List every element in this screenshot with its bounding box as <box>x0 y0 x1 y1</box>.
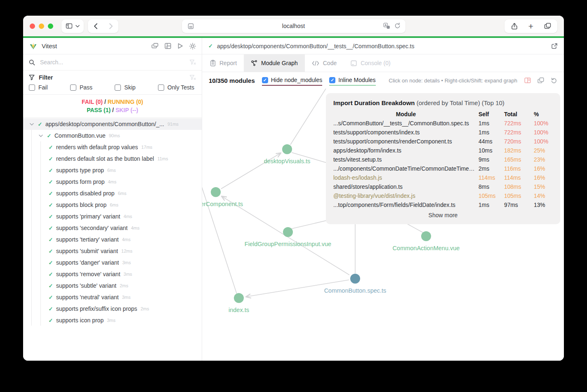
test-tree-row[interactable]: ✓renders with default prop values17ms <box>23 141 202 153</box>
search-input[interactable] <box>39 59 185 66</box>
test-tree-row[interactable]: ✓supports 'secondary' variant4ms <box>23 222 202 234</box>
show-more-button[interactable]: Show more <box>333 212 553 218</box>
test-name: supports 'remove' variant <box>56 271 120 277</box>
tab-overview-icon[interactable] <box>540 19 555 33</box>
translate-icon[interactable]: x <box>383 23 390 29</box>
filter-option-pass[interactable]: Pass <box>70 84 92 91</box>
test-duration: 6ms <box>118 191 127 196</box>
filter-option-label: Only Tests <box>167 84 194 91</box>
zoom-window-button[interactable] <box>48 23 53 29</box>
test-tree-row[interactable]: ✓apps/desktop/components/CommonButton/_.… <box>23 118 202 130</box>
svg-text:3: 3 <box>165 46 167 48</box>
test-name: apps/desktop/components/CommonButton/_..… <box>45 121 164 127</box>
clear-filter-icon[interactable] <box>189 75 196 80</box>
graph-node[interactable] <box>234 293 244 303</box>
test-duration: 17ms <box>141 145 152 150</box>
fail-count: FAIL (0) <box>82 99 103 105</box>
code-icon <box>312 61 319 66</box>
test-name: supports 'tertiary' variant <box>56 236 119 243</box>
filter-option-skip[interactable]: Skip <box>115 84 135 91</box>
tab-console[interactable]: Console (0) <box>344 54 397 72</box>
module-path: @testing-library/vue/dist/index.js <box>333 192 479 201</box>
chevron-down-icon[interactable] <box>28 123 35 126</box>
export-graph-icon[interactable] <box>537 77 544 84</box>
test-duration: 90ms <box>109 133 120 138</box>
graph-node[interactable] <box>283 227 293 237</box>
inline-modules-checkbox[interactable]: ✓ Inline Modules <box>329 77 375 86</box>
test-tree-row[interactable]: ✓CommonButton.vue90ms <box>23 130 202 141</box>
filter-option-fail[interactable]: Fail <box>29 84 48 91</box>
checkbox[interactable] <box>29 85 35 91</box>
graph-node[interactable] <box>421 231 431 241</box>
filter-options: FailPassSkipOnly Tests <box>29 84 196 91</box>
graph-node[interactable] <box>211 187 221 197</box>
test-tree-row[interactable]: ✓supports block prop6ms <box>23 199 202 211</box>
reload-icon[interactable] <box>394 23 401 29</box>
pass-check-icon: ✓ <box>46 156 55 162</box>
module-path: shared/stores/application.ts <box>333 183 479 192</box>
app-title: Vitest <box>42 42 57 49</box>
test-duration: 3ms <box>124 272 132 277</box>
test-name: supports block prop <box>56 202 106 208</box>
share-icon[interactable] <box>507 19 522 33</box>
test-tree-row[interactable]: ✓supports type prop6ms <box>23 164 202 176</box>
module-panel-icon[interactable]: 3 <box>165 43 171 49</box>
test-tree-row[interactable]: ✓supports 'submit' variant12ms <box>23 245 202 257</box>
filter-label: Filter <box>39 74 53 81</box>
test-tree-row[interactable]: ✓supports prefix/suffix icon props2ms <box>23 303 202 315</box>
back-button[interactable] <box>94 19 98 33</box>
test-tree-row[interactable]: ✓renders default slot as the button labe… <box>23 153 202 164</box>
test-tree-row[interactable]: ✓supports disabled prop6ms <box>23 188 202 199</box>
test-tree-row[interactable]: ✓supports 'primary' variant4ms <box>23 211 202 222</box>
tab-code[interactable]: Code <box>305 54 344 72</box>
close-window-button[interactable] <box>30 23 35 29</box>
percent: 23% <box>534 155 553 164</box>
sidebar-header: Vitest 3 <box>23 38 202 54</box>
graph-node[interactable] <box>350 274 360 284</box>
checkbox[interactable] <box>115 85 121 91</box>
open-external-icon[interactable] <box>551 43 558 49</box>
self-time: 1ms <box>479 201 504 210</box>
clear-search-filter-icon[interactable] <box>189 59 196 65</box>
self-time: 2ms <box>479 164 504 174</box>
test-tree-row[interactable]: ✓supports 'neutral' variant3ms <box>23 291 202 303</box>
run-all-icon[interactable] <box>177 43 183 49</box>
pass-check-icon: ✓ <box>46 248 55 254</box>
percent: 14% <box>534 192 553 201</box>
test-tree-row[interactable]: ✓supports 'tertiary' variant4ms <box>23 234 202 245</box>
test-tree-row[interactable]: ✓supports icon prop3ms <box>23 315 202 326</box>
reset-graph-icon[interactable] <box>551 77 557 84</box>
graph-node[interactable] <box>282 144 292 154</box>
module-graph-canvas[interactable]: desktopVisuals.tsrenderComponent.tsField… <box>202 89 564 361</box>
test-tree-row[interactable]: ✓supports form prop4ms <box>23 176 202 188</box>
module-path: ...s/CommonButton/__tests__/CommonButton… <box>333 119 479 128</box>
checkbox[interactable] <box>70 85 76 91</box>
hide-node-modules-checkbox[interactable]: ✓ Hide node_modules <box>262 77 323 86</box>
pass-check-icon: ✓ <box>46 144 55 150</box>
self-time: 9ms <box>479 155 504 164</box>
test-tree-row[interactable]: ✓supports 'remove' variant3ms <box>23 268 202 280</box>
address-bar[interactable]: localhost x <box>182 19 405 33</box>
test-name: supports 'submit' variant <box>56 248 118 254</box>
module-path: .../components/CommonDateTime/CommonDate… <box>333 164 479 174</box>
total-time: 722ms <box>504 128 534 137</box>
self-time: 10ms <box>479 146 504 155</box>
new-tab-icon[interactable]: + <box>523 19 538 33</box>
legend-book-icon[interactable] <box>524 77 531 83</box>
tab-module-graph[interactable]: Module Graph <box>244 54 305 72</box>
test-duration: 4ms <box>122 237 131 242</box>
view-tabs: Report Module Graph <box>202 54 564 72</box>
minimize-window-button[interactable] <box>39 23 44 29</box>
theme-toggle-icon[interactable] <box>189 43 196 49</box>
test-tree-row[interactable]: ✓supports 'danger' variant3ms <box>23 257 202 268</box>
filter-option-only-tests[interactable]: Only Tests <box>158 84 194 91</box>
checkbox-label: Hide node_modules <box>271 77 323 83</box>
sidebar-toggle-button[interactable] <box>61 19 84 33</box>
self-time: 1ms <box>479 128 504 137</box>
dashboard-icon[interactable] <box>151 43 158 49</box>
chevron-down-icon[interactable] <box>37 134 45 137</box>
test-tree-row[interactable]: ✓supports 'subtle' variant2ms <box>23 280 202 291</box>
tab-report[interactable]: Report <box>203 54 244 72</box>
checkbox[interactable] <box>158 85 164 91</box>
forward-button[interactable] <box>109 19 113 33</box>
